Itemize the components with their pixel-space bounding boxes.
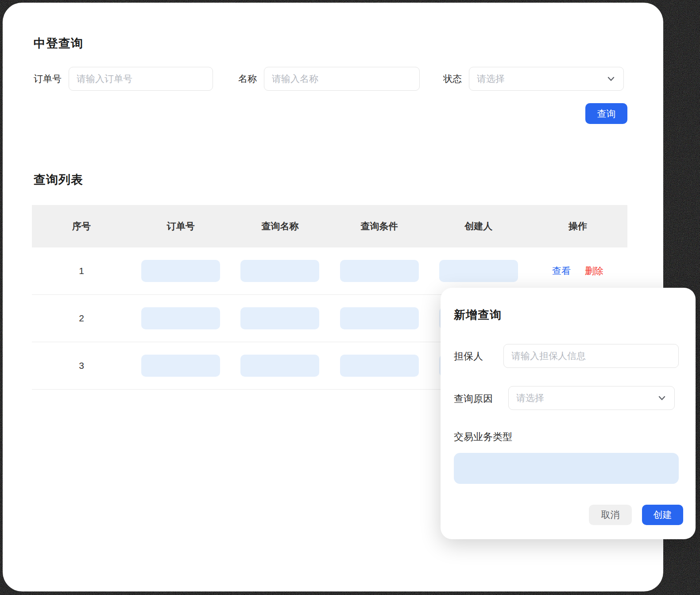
- business-type-placeholder-block: [454, 453, 679, 484]
- column-header-condition: 查询条件: [330, 220, 429, 232]
- creator-placeholder-block: [439, 260, 518, 282]
- order-no-placeholder-block: [141, 355, 220, 377]
- status-field-group: 状态 请选择: [443, 66, 624, 91]
- condition-placeholder-block: [340, 260, 419, 282]
- order-no-placeholder-block: [141, 260, 220, 282]
- order-no-input[interactable]: [69, 67, 213, 91]
- reason-select[interactable]: 请选择: [508, 386, 675, 410]
- chevron-down-icon: [657, 393, 667, 403]
- status-label: 状态: [443, 73, 462, 85]
- reason-label: 查询原因: [454, 392, 493, 406]
- row-seq: 3: [32, 360, 131, 371]
- status-select-placeholder: 请选择: [477, 73, 505, 85]
- list-section-title: 查询列表: [34, 172, 83, 188]
- reason-select-placeholder: 请选择: [516, 392, 544, 404]
- view-link[interactable]: 查看: [552, 265, 571, 277]
- name-input[interactable]: [264, 67, 420, 91]
- delete-link[interactable]: 删除: [585, 265, 603, 277]
- row-seq: 1: [32, 266, 131, 276]
- query-name-placeholder-block: [240, 355, 319, 377]
- column-header-creator: 创建人: [429, 220, 528, 232]
- condition-placeholder-block: [340, 307, 419, 329]
- status-select[interactable]: 请选择: [469, 67, 624, 91]
- row-seq: 2: [32, 313, 131, 324]
- column-header-query-name: 查询名称: [230, 220, 329, 232]
- page-title: 中登查询: [34, 35, 83, 51]
- guarantor-label: 担保人: [454, 350, 483, 363]
- order-no-field-group: 订单号: [34, 66, 213, 91]
- query-name-placeholder-block: [240, 260, 319, 282]
- condition-placeholder-block: [340, 355, 419, 377]
- business-type-label: 交易业务类型: [454, 430, 512, 444]
- column-header-seq: 序号: [32, 220, 131, 232]
- order-no-placeholder-block: [141, 307, 220, 329]
- name-field-group: 名称: [238, 66, 420, 91]
- order-no-label: 订单号: [34, 73, 62, 85]
- guarantor-input[interactable]: [503, 344, 679, 368]
- query-name-placeholder-block: [240, 307, 319, 329]
- name-label: 名称: [238, 73, 257, 85]
- table-header-row: 序号 订单号 查询名称 查询条件 创建人 操作: [32, 205, 627, 247]
- cancel-button[interactable]: 取消: [589, 505, 632, 525]
- column-header-order-no: 订单号: [131, 220, 230, 232]
- search-button[interactable]: 查询: [585, 103, 627, 124]
- column-header-actions: 操作: [528, 220, 627, 232]
- chevron-down-icon: [606, 74, 616, 84]
- modal-title: 新增查询: [454, 307, 502, 323]
- add-query-modal: 新增查询 担保人 查询原因 请选择 交易业务类型 取消 创建: [441, 288, 696, 539]
- create-button[interactable]: 创建: [642, 505, 683, 525]
